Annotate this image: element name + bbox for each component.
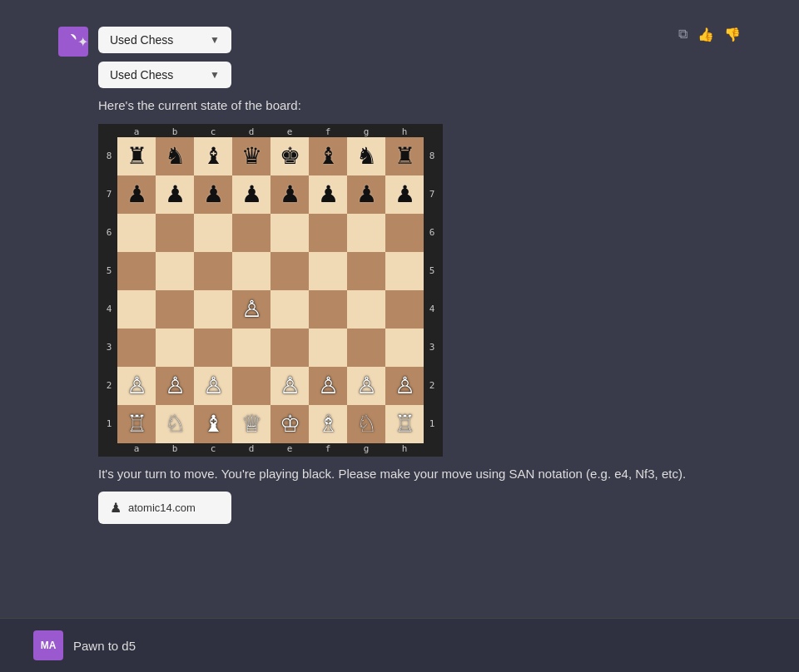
chess-cell-h2[interactable]: ♙ <box>385 367 424 405</box>
chess-cell-e5[interactable] <box>270 252 309 290</box>
chess-cell-d8[interactable]: ♛ <box>232 137 270 175</box>
chess-cell-c3[interactable] <box>194 329 232 367</box>
thumbs-up-icon[interactable]: 👍 <box>697 27 714 42</box>
chess-cell-h8[interactable]: ♜ <box>385 137 424 175</box>
chess-cell-c5[interactable] <box>194 252 232 290</box>
chess-cell-h4[interactable] <box>385 290 424 329</box>
row-label-right-6: 6 <box>424 214 440 252</box>
row-label-right-8: 8 <box>424 137 440 175</box>
turn-text: It's your turn to move. You're playing b… <box>98 465 741 484</box>
chess-cell-d5[interactable] <box>232 252 270 290</box>
chess-cell-e3[interactable] <box>270 329 309 367</box>
chess-cell-b7[interactable]: ♟ <box>156 175 194 214</box>
col-label-bottom-h: h <box>385 443 424 454</box>
top-col-labels: a b c d e f g h <box>117 126 440 137</box>
chess-cell-c1[interactable]: ♝ <box>194 405 232 443</box>
chess-cell-f4[interactable] <box>309 290 347 329</box>
chess-cell-f2[interactable]: ♙ <box>309 367 347 405</box>
chess-cell-a2[interactable]: ♙ <box>117 367 156 405</box>
chess-cell-g3[interactable] <box>347 329 385 367</box>
chess-cell-c2[interactable]: ♙ <box>194 367 232 405</box>
chess-cell-d2[interactable] <box>232 367 270 405</box>
row-labels-left: 8 7 6 5 4 3 2 1 <box>101 137 117 443</box>
row-label-1: 1 <box>101 405 117 443</box>
chess-cell-a8[interactable]: ♜ <box>117 137 156 175</box>
bottom-col-labels: a b c d e f g h <box>117 443 440 454</box>
chess-cell-h6[interactable] <box>385 214 424 252</box>
chess-cell-e1[interactable]: ♔ <box>270 405 309 443</box>
chess-cell-g4[interactable] <box>347 290 385 329</box>
copy-icon[interactable]: ⧉ <box>678 27 687 42</box>
chess-cell-c8[interactable]: ♝ <box>194 137 232 175</box>
chess-cell-b4[interactable] <box>156 290 194 329</box>
row-label-4: 4 <box>101 290 117 329</box>
chess-cell-f6[interactable] <box>309 214 347 252</box>
chess-cell-g6[interactable] <box>347 214 385 252</box>
move-input-wrapper: ♟ atomic14.com <box>98 492 231 524</box>
chess-cell-b3[interactable] <box>156 329 194 367</box>
thumbs-down-icon[interactable]: 👎 <box>724 27 741 42</box>
chess-cell-b2[interactable]: ♙ <box>156 367 194 405</box>
col-label-bottom-c: c <box>194 443 232 454</box>
chess-cell-a7[interactable]: ♟ <box>117 175 156 214</box>
user-avatar: MA <box>33 630 63 660</box>
chess-cell-d7[interactable]: ♟ <box>232 175 270 214</box>
dropdown2-arrow-icon: ▼ <box>210 69 220 81</box>
chess-cell-b5[interactable] <box>156 252 194 290</box>
chess-cell-f7[interactable]: ♟ <box>309 175 347 214</box>
chess-cell-a6[interactable] <box>117 214 156 252</box>
chess-cell-d4[interactable]: ♙ <box>232 290 270 329</box>
assistant-content: Used Chess ▼ Used Chess ▼ Here's the cur… <box>98 27 741 524</box>
chess-cell-h7[interactable]: ♟ <box>385 175 424 214</box>
chess-cell-h1[interactable]: ♖ <box>385 405 424 443</box>
chess-cell-f1[interactable]: ♗ <box>309 405 347 443</box>
chess-cell-f8[interactable]: ♝ <box>309 137 347 175</box>
chess-cell-e6[interactable] <box>270 214 309 252</box>
chess-board-container: a b c d e f g h 8 7 <box>98 124 443 457</box>
col-label-d: d <box>232 126 270 137</box>
chess-cell-e2[interactable]: ♙ <box>270 367 309 405</box>
chess-cell-d3[interactable] <box>232 329 270 367</box>
chess-cell-b8[interactable]: ♞ <box>156 137 194 175</box>
col-label-g: g <box>347 126 385 137</box>
dropdown-used-chess-1[interactable]: Used Chess ▼ <box>98 27 231 53</box>
row-label-3: 3 <box>101 329 117 367</box>
dropdown-used-chess-2[interactable]: Used Chess ▼ <box>98 62 231 88</box>
chess-cell-b6[interactable] <box>156 214 194 252</box>
chess-cell-d1[interactable]: ♕ <box>232 405 270 443</box>
chess-cell-c7[interactable]: ♟ <box>194 175 232 214</box>
chess-cell-g2[interactable]: ♙ <box>347 367 385 405</box>
chess-cell-a3[interactable] <box>117 329 156 367</box>
chess-cell-e8[interactable]: ♚ <box>270 137 309 175</box>
chess-cell-a4[interactable] <box>117 290 156 329</box>
chess-cell-c6[interactable] <box>194 214 232 252</box>
col-label-c: c <box>194 126 232 137</box>
chess-cell-d6[interactable] <box>232 214 270 252</box>
board-intro-text: Here's the current state of the board: <box>98 96 741 116</box>
chess-cell-a1[interactable]: ♖ <box>117 405 156 443</box>
chess-cell-g5[interactable] <box>347 252 385 290</box>
chess-cell-h5[interactable] <box>385 252 424 290</box>
chess-cell-g7[interactable]: ♟ <box>347 175 385 214</box>
chess-cell-h3[interactable] <box>385 329 424 367</box>
row-label-6: 6 <box>101 214 117 252</box>
chess-cell-e7[interactable]: ♟ <box>270 175 309 214</box>
row-label-right-7: 7 <box>424 175 440 214</box>
chess-cell-f5[interactable] <box>309 252 347 290</box>
col-label-bottom-d: d <box>232 443 270 454</box>
row-label-right-4: 4 <box>424 290 440 329</box>
dropdown1-arrow-icon: ▼ <box>210 34 220 46</box>
chess-cell-f3[interactable] <box>309 329 347 367</box>
chess-cell-b1[interactable]: ♘ <box>156 405 194 443</box>
chess-cell-g1[interactable]: ♘ <box>347 405 385 443</box>
board-middle: 8 7 6 5 4 3 2 1 ♜♞♝♛♚♝♞♜♟♟♟♟♟♟♟♟♙♙♙♙♙♙♙♙… <box>101 137 440 443</box>
chess-cell-e4[interactable] <box>270 290 309 329</box>
board-coords: a b c d e f g h 8 7 <box>101 126 440 454</box>
action-icons: ⧉ 👍 👎 <box>678 27 741 42</box>
row-label-right-1: 1 <box>424 405 440 443</box>
row-label-right-2: 2 <box>424 367 440 405</box>
chess-cell-g8[interactable]: ♞ <box>347 137 385 175</box>
chess-cell-c4[interactable] <box>194 290 232 329</box>
row-labels-right: 8 7 6 5 4 3 2 1 <box>424 137 440 443</box>
chess-cell-a5[interactable] <box>117 252 156 290</box>
